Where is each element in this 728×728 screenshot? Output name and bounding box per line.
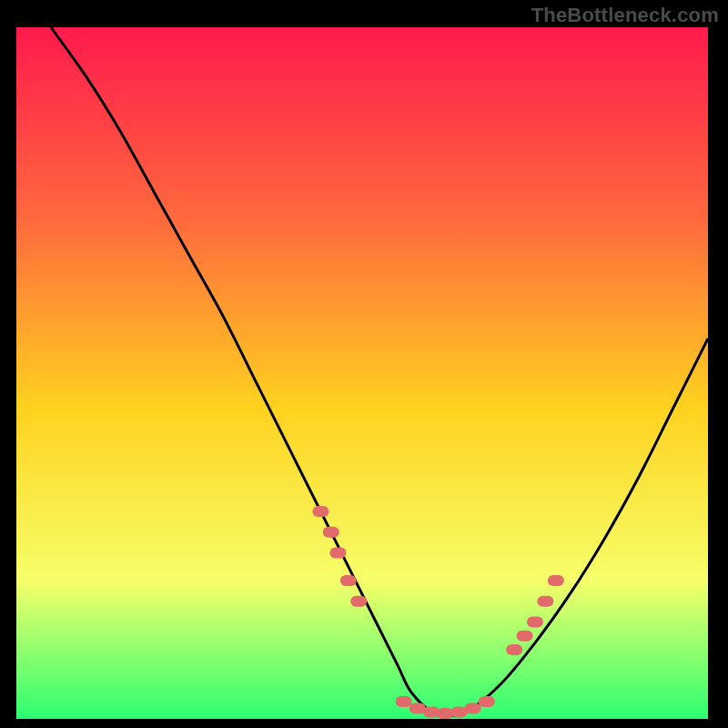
watermark-text: TheBottleneck.com: [531, 4, 719, 27]
data-marker: [437, 708, 453, 719]
data-marker: [506, 644, 522, 655]
data-marker: [527, 617, 543, 628]
data-marker: [396, 696, 412, 707]
data-marker: [329, 548, 346, 559]
data-marker: [312, 506, 329, 517]
data-marker: [350, 596, 367, 607]
data-marker: [479, 696, 495, 707]
data-marker: [423, 706, 440, 717]
chart-frame: [16, 27, 708, 719]
data-marker: [537, 596, 553, 607]
data-marker: [517, 631, 533, 642]
bottleneck-chart: [16, 27, 708, 719]
data-marker: [548, 575, 564, 586]
data-marker: [323, 527, 339, 538]
data-marker: [340, 575, 357, 586]
data-marker: [465, 703, 481, 714]
